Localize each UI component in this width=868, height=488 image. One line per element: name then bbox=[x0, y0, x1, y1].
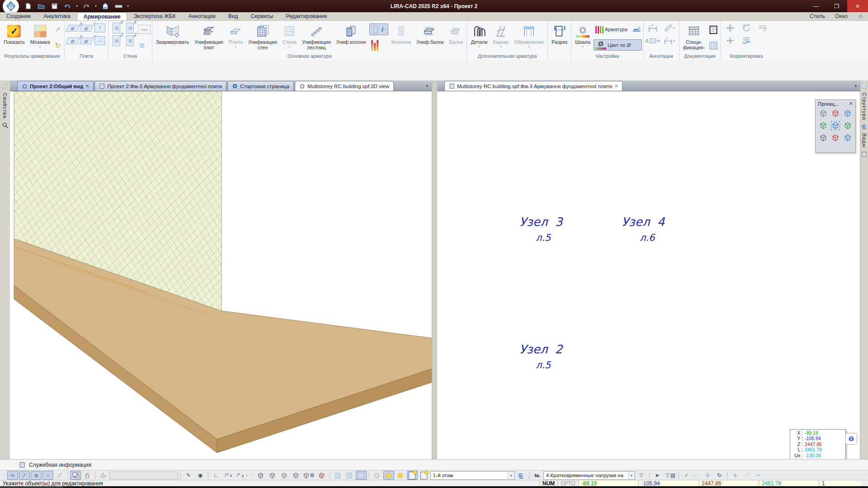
properties-pencil-icon[interactable] bbox=[2, 83, 8, 89]
max-envelope-icon[interactable]: max bbox=[138, 25, 151, 34]
ortho-indicator[interactable]: ОРТО bbox=[557, 480, 578, 487]
element-light-button[interactable] bbox=[407, 471, 418, 480]
column-button[interactable]: Колонна bbox=[389, 22, 413, 53]
style-menu[interactable]: Стиль▾ bbox=[810, 13, 829, 19]
refresh-results-button[interactable]: ↻ bbox=[53, 40, 63, 51]
break-line-button[interactable]: ✂ bbox=[753, 471, 764, 480]
measure-icon[interactable] bbox=[114, 2, 123, 11]
slab-corner-icon[interactable]: ⌐L bbox=[94, 36, 105, 45]
move-view-button[interactable] bbox=[702, 471, 713, 480]
slab-rebar-x-bottom-icon[interactable]: ▦X bbox=[66, 38, 80, 44]
draw-line-button[interactable]: ✎ bbox=[183, 471, 194, 480]
slab-rebar-y-bottom-icon[interactable]: ▦Y bbox=[79, 38, 93, 44]
wall-visibility-button[interactable] bbox=[332, 471, 343, 480]
load-filter-button[interactable] bbox=[636, 471, 647, 480]
workplane-button[interactable] bbox=[98, 471, 108, 480]
rebar-mosaic-button[interactable]: Арматура bbox=[594, 24, 629, 34]
sketch-button[interactable]: ▾ bbox=[663, 23, 675, 33]
proj-bottom-icon[interactable] bbox=[830, 132, 841, 143]
doc-tab-fm3-left[interactable]: Проект 2:Фм-3 Армування фундаментної пли… bbox=[94, 81, 226, 91]
mark-stamp-button[interactable]: AM bbox=[646, 38, 660, 43]
color-by-diameter-button[interactable]: Ø Цвет по Ø bbox=[594, 39, 642, 51]
wall-button[interactable]: Стена▾ bbox=[280, 22, 299, 53]
slab-rebar-y-top-icon[interactable]: ▦Y bbox=[79, 25, 93, 32]
lamp-off-button[interactable] bbox=[372, 471, 382, 480]
structure-panel-icon[interactable] bbox=[861, 83, 867, 89]
slab-punching-icon[interactable]: Т bbox=[94, 23, 105, 33]
unify-columns-button[interactable]: Униф.колонн bbox=[334, 22, 368, 53]
left-tab-list-icon[interactable]: ▾ bbox=[426, 84, 428, 88]
tab-close-icon[interactable]: ✕ bbox=[85, 84, 89, 89]
node-dimension-button[interactable]: ▾ bbox=[663, 36, 675, 45]
snap-grid-button[interactable]: ⊹ bbox=[7, 471, 18, 480]
beam-button[interactable]: Балка bbox=[447, 22, 465, 53]
tab-close-icon[interactable]: ✕ bbox=[614, 84, 618, 89]
toolbar-more-icon[interactable]: ▾ bbox=[693, 474, 695, 478]
window-menu[interactable]: Окно▾ bbox=[835, 13, 851, 19]
box-light-button[interactable] bbox=[419, 471, 429, 480]
open-file-icon[interactable] bbox=[37, 2, 46, 11]
tab-expertise[interactable]: Экспертиза ЖБК bbox=[127, 12, 182, 20]
proj-corner-icon[interactable] bbox=[818, 132, 829, 143]
slab-visibility-button[interactable] bbox=[344, 471, 355, 480]
qat-customize-icon[interactable]: ▾ bbox=[127, 4, 129, 8]
doc-tab-fm3-right[interactable]: Multistorey RC building.spf:Фм-3 Армуван… bbox=[444, 81, 623, 91]
lamp-button[interactable] bbox=[395, 471, 406, 480]
section-button[interactable]: Разрез bbox=[549, 22, 570, 53]
rotate-ucs-y-button[interactable]: y bbox=[234, 471, 245, 480]
wall-rebar-x2-icon[interactable]: X▥ bbox=[126, 23, 134, 33]
slab-rebar-x-top-icon[interactable]: ▦X bbox=[66, 25, 80, 32]
snap-segment-button[interactable]: ⟋ bbox=[54, 471, 65, 480]
structure-tab[interactable]: Структура bbox=[862, 93, 867, 120]
doc-tab-start-page[interactable]: Стартовая страница bbox=[227, 81, 294, 91]
edit-polyline-button[interactable]: ⟋ bbox=[741, 471, 752, 480]
ucs-more-icon[interactable]: ▾ bbox=[246, 474, 248, 478]
rotate-view-button[interactable]: ↻ bbox=[714, 471, 725, 480]
proj-front-icon[interactable] bbox=[842, 108, 853, 119]
3d-viewport[interactable] bbox=[10, 91, 432, 459]
move-points-button[interactable] bbox=[730, 471, 741, 480]
tab-editing[interactable]: Редактирование bbox=[279, 12, 333, 20]
show-results-button[interactable]: ✓ Показать bbox=[1, 22, 27, 53]
erase-rebar-icon[interactable] bbox=[757, 23, 768, 33]
snap-guides-button[interactable]: ⧄ bbox=[31, 471, 42, 480]
specification-button[interactable]: Специ- фикация▾ bbox=[681, 22, 708, 53]
tab-annotations[interactable]: Аннотации bbox=[182, 12, 222, 20]
ortho-corner-button[interactable]: ∟ bbox=[211, 471, 222, 480]
redo-icon[interactable] bbox=[82, 2, 91, 11]
maximize-button[interactable]: ❐ bbox=[826, 0, 847, 12]
service-info-bar[interactable]: Служебная информация bbox=[0, 459, 868, 470]
mosaic-button[interactable]: Мозаика▾ bbox=[28, 22, 52, 53]
projection-close-icon[interactable]: ✕ bbox=[849, 101, 853, 107]
proj-top-icon[interactable] bbox=[830, 108, 841, 119]
proj-left-icon[interactable] bbox=[818, 120, 829, 131]
views-panel-icon[interactable] bbox=[861, 151, 867, 157]
tab-reinforcement[interactable]: Армирование bbox=[77, 12, 127, 20]
load-case-select[interactable]: 4.Кратковременные нагрузки на▾ bbox=[543, 471, 635, 480]
wall-rebar-z2-icon[interactable]: Z▥ bbox=[126, 35, 134, 46]
toolbar-grip[interactable]: ⋮ bbox=[250, 473, 253, 478]
copy-rebar-icon[interactable] bbox=[741, 23, 752, 33]
wall-rebar-z1-icon[interactable]: Z▥ bbox=[113, 35, 120, 46]
move-rebar-icon[interactable] bbox=[725, 23, 736, 33]
rotate-ucs-x-button[interactable]: x bbox=[222, 471, 233, 480]
toolbar-grip[interactable]: ⋮ bbox=[697, 473, 700, 478]
new-file-icon[interactable] bbox=[24, 2, 33, 11]
reinforce-button[interactable]: Заармировать bbox=[154, 22, 191, 53]
elevation-input[interactable] bbox=[109, 472, 178, 479]
view-settings-button[interactable]: ⚙ bbox=[302, 471, 316, 480]
save-icon[interactable] bbox=[50, 2, 59, 11]
view-iso-button[interactable] bbox=[255, 471, 266, 480]
proj-iso-icon[interactable] bbox=[818, 108, 829, 119]
right-tab-list-icon[interactable]: ▾ bbox=[854, 84, 857, 88]
num-lock-indicator[interactable]: NUM bbox=[539, 480, 557, 487]
layers-panel-icon[interactable] bbox=[861, 124, 867, 130]
sheet-grid-icon[interactable] bbox=[708, 41, 719, 51]
resize-grip[interactable]: ⋰ bbox=[861, 480, 868, 487]
view-top-button[interactable] bbox=[290, 471, 301, 480]
floor-select[interactable]: 1-й этаж▾ bbox=[430, 471, 515, 480]
rebar-list-icon[interactable] bbox=[741, 36, 752, 46]
pan-mode-button[interactable]: ⊖ bbox=[845, 433, 857, 445]
properties-tab[interactable]: Свойства bbox=[2, 93, 8, 118]
close-button[interactable]: ✕ bbox=[847, 0, 868, 12]
